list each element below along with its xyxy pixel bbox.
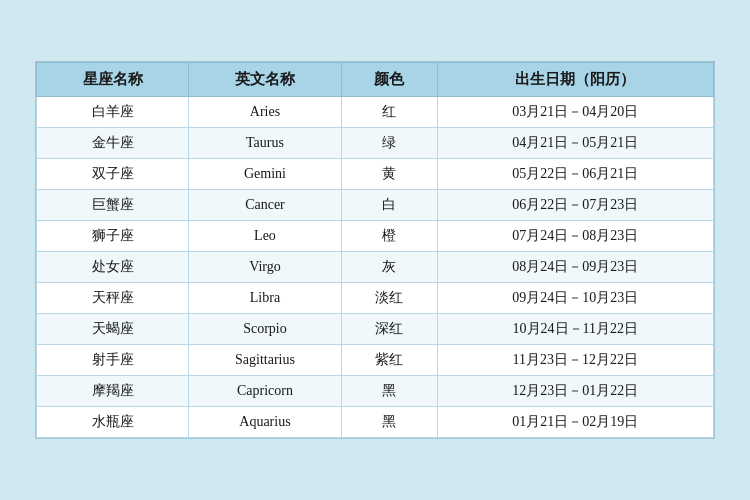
table-row: 白羊座Aries红03月21日－04月20日 [37,97,714,128]
cell-color: 绿 [341,128,437,159]
header-color: 颜色 [341,63,437,97]
cell-english-name: Taurus [189,128,341,159]
cell-english-name: Libra [189,283,341,314]
cell-date: 10月24日－11月22日 [437,314,713,345]
cell-english-name: Leo [189,221,341,252]
cell-english-name: Gemini [189,159,341,190]
cell-chinese-name: 天秤座 [37,283,189,314]
cell-date: 01月21日－02月19日 [437,407,713,438]
cell-english-name: Sagittarius [189,345,341,376]
table-row: 天蝎座Scorpio深红10月24日－11月22日 [37,314,714,345]
cell-chinese-name: 金牛座 [37,128,189,159]
cell-chinese-name: 摩羯座 [37,376,189,407]
table-row: 狮子座Leo橙07月24日－08月23日 [37,221,714,252]
zodiac-table: 星座名称 英文名称 颜色 出生日期（阳历） 白羊座Aries红03月21日－04… [36,62,714,438]
cell-date: 08月24日－09月23日 [437,252,713,283]
cell-color: 紫红 [341,345,437,376]
cell-color: 黑 [341,407,437,438]
header-english-name: 英文名称 [189,63,341,97]
cell-color: 灰 [341,252,437,283]
cell-color: 黑 [341,376,437,407]
cell-chinese-name: 水瓶座 [37,407,189,438]
table-row: 水瓶座Aquarius黑01月21日－02月19日 [37,407,714,438]
zodiac-table-container: 星座名称 英文名称 颜色 出生日期（阳历） 白羊座Aries红03月21日－04… [35,61,715,439]
cell-date: 07月24日－08月23日 [437,221,713,252]
cell-chinese-name: 天蝎座 [37,314,189,345]
cell-english-name: Aquarius [189,407,341,438]
cell-chinese-name: 巨蟹座 [37,190,189,221]
cell-color: 深红 [341,314,437,345]
cell-color: 橙 [341,221,437,252]
cell-english-name: Cancer [189,190,341,221]
table-row: 双子座Gemini黄05月22日－06月21日 [37,159,714,190]
table-row: 摩羯座Capricorn黑12月23日－01月22日 [37,376,714,407]
cell-chinese-name: 白羊座 [37,97,189,128]
cell-english-name: Scorpio [189,314,341,345]
cell-date: 05月22日－06月21日 [437,159,713,190]
cell-date: 09月24日－10月23日 [437,283,713,314]
cell-date: 12月23日－01月22日 [437,376,713,407]
cell-chinese-name: 处女座 [37,252,189,283]
cell-english-name: Aries [189,97,341,128]
table-row: 金牛座Taurus绿04月21日－05月21日 [37,128,714,159]
cell-date: 04月21日－05月21日 [437,128,713,159]
header-date: 出生日期（阳历） [437,63,713,97]
cell-english-name: Capricorn [189,376,341,407]
cell-color: 红 [341,97,437,128]
table-row: 射手座Sagittarius紫红11月23日－12月22日 [37,345,714,376]
cell-color: 黄 [341,159,437,190]
table-header-row: 星座名称 英文名称 颜色 出生日期（阳历） [37,63,714,97]
cell-color: 淡红 [341,283,437,314]
table-row: 天秤座Libra淡红09月24日－10月23日 [37,283,714,314]
table-row: 巨蟹座Cancer白06月22日－07月23日 [37,190,714,221]
cell-chinese-name: 双子座 [37,159,189,190]
table-row: 处女座Virgo灰08月24日－09月23日 [37,252,714,283]
cell-chinese-name: 狮子座 [37,221,189,252]
cell-english-name: Virgo [189,252,341,283]
cell-color: 白 [341,190,437,221]
cell-date: 03月21日－04月20日 [437,97,713,128]
cell-chinese-name: 射手座 [37,345,189,376]
header-chinese-name: 星座名称 [37,63,189,97]
cell-date: 11月23日－12月22日 [437,345,713,376]
cell-date: 06月22日－07月23日 [437,190,713,221]
